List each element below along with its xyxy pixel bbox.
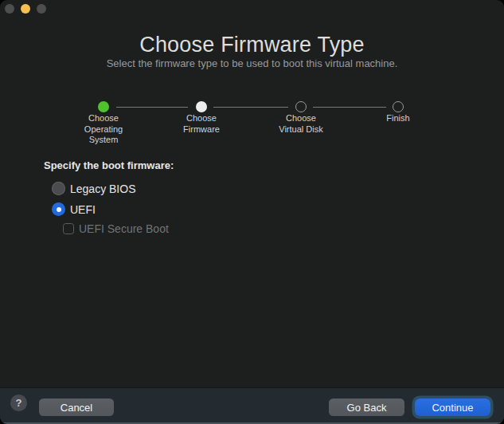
step-dot-completed (98, 101, 109, 112)
step-label-finish: Finish (358, 113, 438, 124)
checkbox-uefi-secure-boot[interactable]: UEFI Secure Boot (63, 222, 169, 235)
radio-uefi-label: UEFI (70, 203, 96, 216)
step-connector (116, 107, 188, 108)
radio-legacy-bios[interactable]: Legacy BIOS (52, 182, 136, 195)
checkbox-unchecked-icon[interactable] (63, 223, 74, 234)
cancel-button[interactable]: Cancel (39, 398, 114, 416)
step-dot-pending (393, 101, 404, 112)
radio-uefi[interactable]: UEFI (52, 202, 96, 216)
step-label-choose-firmware: Choose Firmware (162, 113, 241, 135)
step-label-choose-virtual-disk: Choose Virtual Disk (261, 113, 341, 135)
titlebar (0, 0, 504, 19)
checkbox-uefi-secure-boot-label: UEFI Secure Boot (79, 222, 169, 235)
continue-button[interactable]: Continue (415, 398, 490, 416)
radio-legacy-bios-label: Legacy BIOS (70, 183, 136, 195)
page-subtitle: Select the firmware type to be used to b… (0, 57, 504, 69)
radio-unselected-icon[interactable] (52, 182, 65, 195)
step-dot-current (196, 101, 207, 112)
page-title: Choose Firmware Type (0, 33, 504, 57)
step-connector (213, 107, 288, 108)
go-back-button[interactable]: Go Back (329, 398, 404, 416)
wizard-window: Choose Firmware Type Select the firmware… (0, 0, 504, 424)
radio-selected-icon[interactable] (52, 202, 65, 216)
footer-bar: ? Cancel Go Back Continue (0, 387, 504, 424)
window-zoom-button (37, 4, 46, 14)
boot-firmware-section-label: Specify the boot firmware: (44, 159, 174, 171)
window-minimize-button[interactable] (21, 4, 30, 14)
step-dot-pending (295, 101, 307, 112)
step-connector (313, 107, 386, 108)
help-button[interactable]: ? (10, 395, 27, 411)
window-close-button (5, 4, 14, 14)
step-label-choose-operating-system: Choose Operating System (64, 113, 143, 146)
